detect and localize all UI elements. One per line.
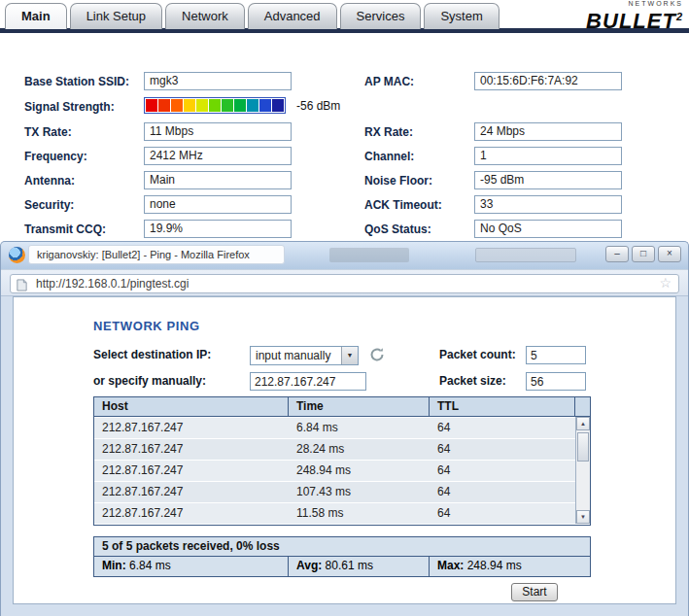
tab-system[interactable]: System	[424, 3, 499, 29]
scrollbar-thumb[interactable]	[577, 432, 589, 462]
min-avg-max-row: Min: 6.84 ms Avg: 80.61 ms Max: 248.94 m…	[93, 557, 591, 577]
ttl-cell: 64	[430, 461, 575, 481]
tab-network[interactable]: Network	[165, 3, 245, 29]
specify-manually-label: or specify manually:	[93, 374, 206, 388]
ttl-column-header: TTL	[430, 397, 575, 416]
rx-rate-label: RX Rate:	[364, 125, 413, 139]
minimize-button[interactable]: –	[605, 246, 629, 262]
channel-label: Channel:	[364, 150, 414, 163]
time-cell: 6.84 ms	[289, 418, 430, 438]
background-artifact	[329, 248, 409, 262]
chevron-down-icon: ▼	[341, 347, 358, 364]
packet-size-input[interactable]	[526, 372, 586, 391]
noise-floor-value: -95 dBm	[474, 171, 622, 189]
max-cell: Max: 248.94 ms	[430, 557, 590, 576]
base-station-ssid-label: Base Station SSID:	[24, 75, 129, 88]
ttl-cell: 64	[430, 439, 575, 460]
table-body: 212.87.167.247 6.84 ms 64 212.87.167.247…	[93, 417, 591, 526]
maximize-button[interactable]: □	[632, 246, 655, 262]
tab-main[interactable]: Main	[5, 3, 67, 29]
page-icon	[16, 278, 28, 295]
ttl-cell: 64	[430, 418, 575, 438]
ping-summary: 5 of 5 packets received, 0% loss Min: 6.…	[93, 536, 591, 577]
channel-value: 1	[474, 147, 622, 165]
table-row: 212.87.167.247 6.84 ms 64	[94, 418, 575, 438]
scroll-down-arrow[interactable]: ▼	[576, 510, 590, 524]
ack-timeout-value: 33	[474, 195, 622, 214]
packets-received-line: 5 of 5 packets received, 0% loss	[93, 536, 591, 557]
packet-count-input[interactable]	[526, 346, 586, 364]
bookmark-star-icon[interactable]: ☆	[659, 275, 672, 291]
ack-timeout-label: ACK Timeout:	[364, 198, 442, 212]
url-input[interactable]: http://192.168.0.1/pingtest.cgi ☆	[10, 274, 679, 293]
airos-page: Main Link Setup Network Advanced Service…	[0, 0, 689, 241]
title-bar[interactable]: kriganovskiy: [Bullet2] - Ping - Mozilla…	[1, 242, 688, 269]
packet-count-label: Packet count:	[439, 348, 516, 361]
close-button[interactable]: ×	[658, 246, 681, 262]
host-cell: 212.87.167.247	[94, 418, 289, 438]
start-button[interactable]: Start	[511, 583, 558, 601]
host-cell: 212.87.167.247	[94, 503, 289, 524]
status-row: Antenna: Main Noise Floor: -95 dBm	[0, 171, 689, 190]
time-cell: 107.43 ms	[289, 482, 430, 502]
logo-networks-text: NETWORKS	[586, 0, 683, 7]
scrollbar[interactable]: ▲ ▼	[575, 417, 590, 524]
status-row: Transmit CCQ: 19.9% QoS Status: No QoS	[0, 220, 689, 239]
scroll-up-arrow[interactable]: ▲	[576, 417, 590, 430]
avg-cell: Avg: 80.61 ms	[289, 557, 430, 576]
transmit-ccq-value: 19.9%	[144, 220, 292, 238]
logo-brand-text: BULLET2	[586, 7, 683, 31]
firefox-icon	[9, 247, 25, 263]
host-cell: 212.87.167.247	[94, 482, 289, 502]
qos-status-value: No QoS	[474, 220, 622, 238]
base-station-ssid-value: mgk3	[144, 72, 292, 90]
rx-rate-value: 24 Mbps	[474, 122, 622, 141]
tab-advanced[interactable]: Advanced	[248, 3, 337, 29]
ap-mac-label: AP MAC:	[364, 75, 414, 88]
time-cell: 28.24 ms	[289, 439, 430, 460]
url-text: http://192.168.0.1/pingtest.cgi	[36, 277, 189, 291]
signal-strength-value: -56 dBm	[296, 99, 340, 113]
select-destination-ip-label: Select destination IP:	[93, 348, 211, 361]
ap-mac-value: 00:15:6D:F6:7A:92	[474, 72, 622, 90]
table-row: 212.87.167.247 248.94 ms 64	[94, 461, 575, 481]
header-spacer	[575, 397, 590, 416]
ping-results-table: Host Time TTL 212.87.167.247 6.84 ms 64 …	[93, 396, 591, 526]
table-row: 212.87.167.247 11.58 ms 64	[94, 503, 575, 524]
noise-floor-label: Noise Floor:	[364, 174, 432, 188]
status-row: Security: none ACK Timeout: 33	[0, 195, 689, 215]
brand-logo: NETWORKS BULLET2	[586, 0, 683, 31]
signal-row: Signal Strength: -56 dBm	[0, 97, 689, 117]
page-title: NETWORK PING	[93, 319, 200, 333]
table-row: 212.87.167.247 107.43 ms 64	[94, 482, 575, 502]
time-cell: 248.94 ms	[289, 461, 430, 481]
host-cell: 212.87.167.247	[94, 461, 289, 481]
host-cell: 212.87.167.247	[94, 439, 289, 460]
page-content: NETWORK PING Select destination IP: inpu…	[13, 296, 676, 604]
host-column-header: Host	[94, 397, 289, 416]
time-cell: 11.58 ms	[289, 503, 430, 524]
manual-ip-input[interactable]	[250, 372, 366, 391]
antenna-value: Main	[144, 171, 292, 189]
window-controls: – □ ×	[605, 246, 681, 262]
signal-strength-bar	[144, 97, 286, 114]
ttl-cell: 64	[430, 503, 575, 524]
table-header-row: Host Time TTL	[93, 396, 591, 417]
packet-size-label: Packet size:	[439, 374, 506, 388]
status-row: TX Rate: 11 Mbps RX Rate: 24 Mbps	[0, 122, 689, 142]
frequency-label: Frequency:	[24, 150, 87, 163]
screen: Main Link Setup Network Advanced Service…	[0, 0, 689, 616]
destination-ip-select[interactable]: input manually ▼	[250, 346, 359, 365]
time-column-header: Time	[289, 397, 430, 416]
status-row: Frequency: 2412 MHz Channel: 1	[0, 147, 689, 166]
tx-rate-label: TX Rate:	[24, 125, 72, 139]
tab-bar: Main Link Setup Network Advanced Service…	[5, 3, 500, 29]
firefox-window: kriganovskiy: [Bullet2] - Ping - Mozilla…	[0, 241, 689, 616]
refresh-icon[interactable]	[369, 347, 385, 362]
tab-link-setup[interactable]: Link Setup	[70, 3, 162, 29]
destination-ip-selected-option: input manually	[256, 349, 330, 362]
security-label: Security:	[24, 198, 74, 212]
frequency-value: 2412 MHz	[144, 147, 292, 165]
transmit-ccq-label: Transmit CCQ:	[24, 222, 106, 236]
tab-services[interactable]: Services	[340, 3, 422, 29]
